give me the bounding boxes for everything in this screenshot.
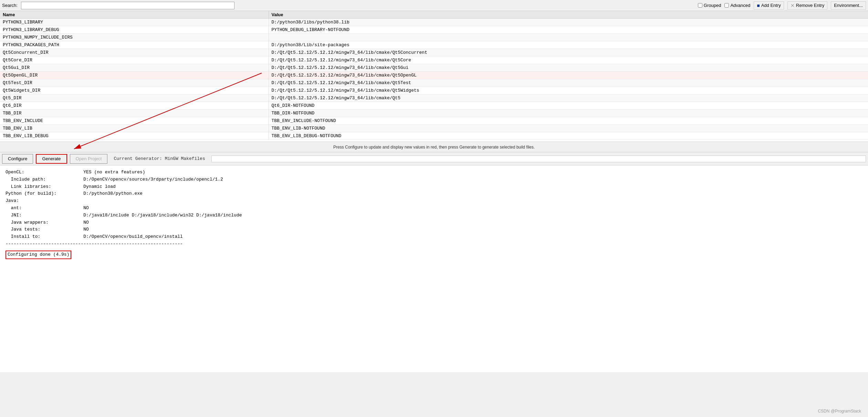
table-header-row: Name Value (0, 11, 868, 19)
log-line: Java tests: NO (6, 226, 862, 233)
grouped-label: Grouped (704, 3, 721, 8)
generator-text: Current Generator: MinGW Makefiles (110, 156, 205, 161)
table-cell-name: TBB_DIR (0, 110, 269, 117)
cmake-table-container: Name Value PYTHON3_LIBRARYD:/python38/li… (0, 11, 868, 142)
log-line: ant: NO (6, 205, 862, 212)
log-line: Python (for build): D:/python38/python.e… (6, 190, 862, 197)
table-cell-value: TBB_DIR-NOTFOUND (269, 110, 868, 117)
add-entry-button[interactable]: ■ Add Entry (754, 1, 784, 10)
log-line: ----------------------------------------… (6, 241, 862, 248)
search-input[interactable] (21, 2, 234, 9)
remove-entry-button[interactable]: ✕ Remove Entry (787, 1, 827, 10)
watermark: CSDN @ProgramStack (818, 409, 861, 414)
table-row[interactable]: Qt5Gui_DIRD:/Qt/Qt5.12.12/5.12.12/mingw7… (0, 64, 868, 72)
remove-entry-label: Remove Entry (796, 3, 824, 8)
cmake-table: Name Value PYTHON3_LIBRARYD:/python38/li… (0, 11, 868, 140)
search-label: Search: (2, 3, 18, 8)
generate-button[interactable]: Generate (36, 154, 67, 164)
table-cell-name: Qt5OpenGL_DIR (0, 72, 269, 79)
table-cell-value: D:/Qt/Qt5.12.12/5.12.12/mingw73_64/lib/c… (269, 64, 868, 72)
log-line: Configuring done (4.9s) (6, 251, 71, 259)
advanced-checkbox[interactable] (724, 3, 729, 8)
advanced-label: Advanced (730, 3, 750, 8)
table-cell-name: Qt5Core_DIR (0, 57, 269, 64)
table-cell-name: Qt6_DIR (0, 102, 269, 110)
log-line: Link libraries: Dynamic load (6, 183, 862, 191)
table-cell-value: D:/Qt/Qt5.12.12/5.12.12/mingw73_64/lib/c… (269, 72, 868, 79)
table-cell-name: Qt5Gui_DIR (0, 64, 269, 72)
table-cell-name: PYTHON3_PACKAGES_PATH (0, 41, 269, 49)
table-row[interactable]: PYTHON3_PACKAGES_PATHD:/python38/Lib/sit… (0, 41, 868, 49)
table-row[interactable]: Qt5Concurrent_DIRD:/Qt/Qt5.12.12/5.12.12… (0, 49, 868, 57)
log-line: Include path: D:/OpenCV/opencv/sources/3… (6, 176, 862, 183)
table-cell-name: PYTHON3_LIBRARY (0, 19, 269, 26)
table-row[interactable]: TBB_ENV_INCLUDETBB_ENV_INCLUDE-NOTFOUND (0, 117, 868, 125)
remove-entry-icon: ✕ (791, 3, 795, 8)
table-cell-value: TBB_ENV_LIB_DEBUG-NOTFOUND (269, 132, 868, 140)
table-row[interactable]: PYTHON3_NUMPY_INCLUDE_DIRS (0, 34, 868, 41)
table-row[interactable]: Qt6_DIRQt6_DIR-NOTFOUND (0, 102, 868, 110)
table-cell-value: PYTHON_DEBUG_LIBRARY-NOTFOUND (269, 26, 868, 34)
advanced-checkbox-group: Advanced (724, 3, 750, 8)
table-cell-value: D:/python38/libs/python38.lib (269, 19, 868, 26)
table-cell-name: PYTHON3_LIBRARY_DEBUG (0, 26, 269, 34)
col-name-header: Name (0, 11, 269, 19)
table-cell-name: TBB_ENV_LIB (0, 125, 269, 132)
environment-button[interactable]: Environment... (831, 1, 866, 10)
log-line: Java wrappers: NO (6, 219, 862, 226)
table-cell-value: Qt6_DIR-NOTFOUND (269, 102, 868, 110)
status-bar: Press Configure to update and display ne… (0, 142, 868, 152)
open-project-button[interactable]: Open Project (70, 154, 108, 164)
table-row[interactable]: TBB_ENV_LIBTBB_ENV_LIB-NOTFOUND (0, 125, 868, 132)
table-cell-name: TBB_ENV_INCLUDE (0, 117, 269, 125)
progress-bar (211, 155, 866, 162)
grouped-checkbox-group: Grouped (698, 3, 721, 8)
table-row[interactable]: TBB_DIRTBB_DIR-NOTFOUND (0, 110, 868, 117)
table-cell-value: D:/Qt/Qt5.12.12/5.12.12/mingw73_64/lib/c… (269, 49, 868, 57)
table-cell-value: D:/Qt/Qt5.12.12/5.12.12/mingw73_64/lib/c… (269, 87, 868, 94)
table-cell-name: PYTHON3_NUMPY_INCLUDE_DIRS (0, 34, 269, 41)
table-row[interactable]: Qt5Test_DIRD:/Qt/Qt5.12.12/5.12.12/mingw… (0, 79, 868, 87)
log-line: Install to: D:/OpenCV/opencv/build_openc… (6, 233, 862, 241)
col-value-header: Value (269, 11, 868, 19)
table-cell-value (269, 34, 868, 41)
table-row[interactable]: Qt5OpenGL_DIRD:/Qt/Qt5.12.12/5.12.12/min… (0, 72, 868, 79)
table-cell-name: Qt5Test_DIR (0, 79, 269, 87)
configure-button[interactable]: Configure (2, 154, 33, 164)
table-row[interactable]: PYTHON3_LIBRARYD:/python38/libs/python38… (0, 19, 868, 26)
log-line: JNI: D:/java18/include D:/java18/include… (6, 212, 862, 219)
log-line: Java: (6, 197, 862, 205)
log-area: OpenCL: YES (no extra features) Include … (0, 165, 868, 372)
table-cell-name: Qt5_DIR (0, 94, 269, 102)
add-entry-icon: ■ (757, 3, 760, 8)
table-cell-value: D:/Qt/Qt5.12.12/5.12.12/mingw73_64/lib/c… (269, 57, 868, 64)
table-row[interactable]: TBB_ENV_LIB_DEBUGTBB_ENV_LIB_DEBUG-NOTFO… (0, 132, 868, 140)
table-cell-name: Qt5Widgets_DIR (0, 87, 269, 94)
table-cell-value: TBB_ENV_LIB-NOTFOUND (269, 125, 868, 132)
bottom-toolbar: Configure Generate Open Project Current … (0, 152, 868, 165)
table-row[interactable]: Qt5_DIRD:/Qt/Qt5.12.12/5.12.12/mingw73_6… (0, 94, 868, 102)
table-cell-value: D:/Qt/Qt5.12.12/5.12.12/mingw73_64/lib/c… (269, 94, 868, 102)
add-entry-label: Add Entry (761, 3, 781, 8)
table-cell-value: D:/Qt/Qt5.12.12/5.12.12/mingw73_64/lib/c… (269, 79, 868, 87)
grouped-checkbox[interactable] (698, 3, 702, 8)
table-row[interactable]: PYTHON3_LIBRARY_DEBUGPYTHON_DEBUG_LIBRAR… (0, 26, 868, 34)
table-cell-value: D:/python38/Lib/site-packages (269, 41, 868, 49)
table-row[interactable]: Qt5Core_DIRD:/Qt/Qt5.12.12/5.12.12/mingw… (0, 57, 868, 64)
toolbar: Search: Grouped Advanced ■ Add Entry ✕ R… (0, 0, 868, 11)
log-line: OpenCL: YES (no extra features) (6, 169, 862, 176)
table-cell-value: TBB_ENV_INCLUDE-NOTFOUND (269, 117, 868, 125)
table-cell-name: TBB_ENV_LIB_DEBUG (0, 132, 269, 140)
table-cell-name: Qt5Concurrent_DIR (0, 49, 269, 57)
status-message: Press Configure to update and display ne… (333, 145, 535, 150)
table-row[interactable]: Qt5Widgets_DIRD:/Qt/Qt5.12.12/5.12.12/mi… (0, 87, 868, 94)
